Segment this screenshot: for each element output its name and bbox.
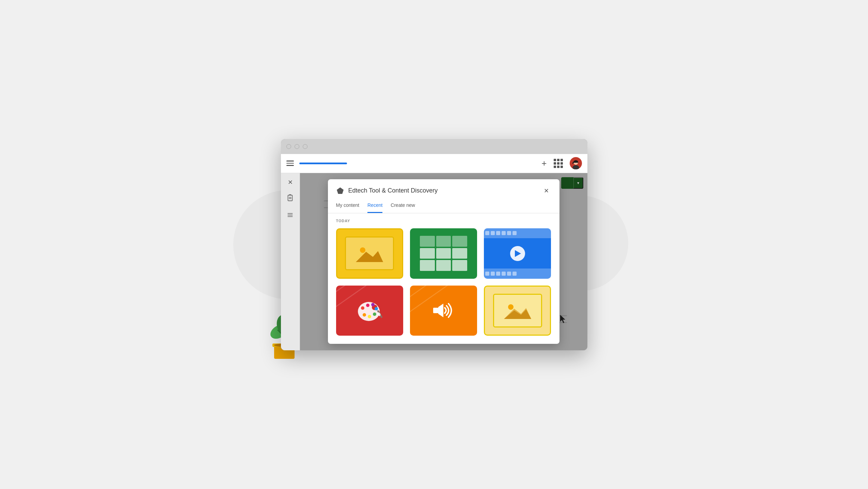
film-hole — [491, 231, 495, 235]
spreadsheet-cell — [452, 236, 467, 247]
nav-bar: + — [281, 154, 587, 173]
modal-body — [328, 226, 559, 344]
svg-point-20 — [360, 247, 365, 253]
tab-recent[interactable]: Recent — [367, 200, 382, 213]
play-triangle-icon — [515, 250, 521, 257]
spreadsheet-cell — [452, 248, 467, 259]
window-btn-minimize[interactable] — [295, 144, 299, 149]
page-content: ▾ — [300, 173, 587, 350]
diag-line — [410, 286, 477, 322]
scene: + — [254, 122, 615, 367]
sidebar: ✕ — [281, 173, 300, 350]
user-avatar[interactable] — [570, 157, 582, 169]
spreadsheet-cell — [436, 236, 451, 247]
tab-create-new[interactable]: Create new — [391, 200, 415, 213]
browser-content: + — [281, 154, 587, 350]
nav-actions: + — [541, 157, 582, 169]
modal-pentagon-icon — [336, 187, 344, 195]
svg-point-37 — [508, 304, 514, 310]
modal-title: Edtech Tool & Content Discovery — [348, 187, 538, 194]
svg-marker-18 — [337, 187, 344, 194]
browser-window: + — [281, 139, 587, 350]
content-card-image-1[interactable] — [336, 228, 403, 279]
section-today-label: TODAY — [328, 213, 559, 226]
spreadsheet-cell — [420, 260, 435, 271]
content-card-paint[interactable] — [336, 286, 403, 336]
content-grid — [336, 228, 551, 336]
diag-line — [336, 286, 403, 317]
modal-dialog: Edtech Tool & Content Discovery ✕ My con… — [328, 179, 559, 344]
svg-rect-12 — [288, 195, 293, 201]
add-button[interactable]: + — [541, 159, 547, 168]
film-hole — [491, 272, 495, 276]
content-card-speaker[interactable] — [410, 286, 477, 336]
modal-overlay: Edtech Tool & Content Discovery ✕ My con… — [300, 173, 587, 350]
apps-grid-icon[interactable] — [554, 159, 563, 168]
hamburger-menu-icon[interactable] — [286, 161, 294, 166]
window-btn-maximize[interactable] — [303, 144, 307, 149]
nav-logo — [299, 163, 347, 164]
spreadsheet-cell — [452, 260, 467, 271]
film-strip-top — [484, 228, 551, 239]
film-hole — [502, 272, 506, 276]
tab-my-content[interactable]: My content — [336, 200, 359, 213]
image-light-card-inner — [493, 294, 542, 327]
spreadsheet-cell — [420, 236, 435, 247]
content-card-image-2[interactable] — [484, 286, 551, 336]
content-card-video[interactable] — [484, 228, 551, 279]
content-card-spreadsheet[interactable] — [410, 228, 477, 279]
film-hole — [512, 231, 517, 235]
image-card-inner — [345, 236, 394, 270]
spreadsheet-cell — [436, 260, 451, 271]
modal-tabs: My content Recent Create new — [328, 196, 559, 213]
mouse-cursor — [560, 315, 567, 323]
film-hole — [512, 272, 517, 276]
film-hole — [485, 272, 489, 276]
modal-close-button[interactable]: ✕ — [542, 186, 551, 196]
browser-titlebar — [281, 139, 587, 154]
film-hole — [502, 231, 506, 235]
play-button[interactable] — [510, 246, 525, 261]
window-btn-close[interactable] — [286, 144, 291, 149]
film-hole — [507, 272, 511, 276]
spreadsheet-cell — [436, 248, 451, 259]
diag-decoration — [336, 286, 403, 336]
film-hole — [507, 231, 511, 235]
sidebar-clipboard-icon[interactable] — [286, 194, 294, 203]
film-hole — [485, 231, 489, 235]
film-strip-bottom — [484, 269, 551, 279]
spreadsheet-cell — [420, 248, 435, 259]
spreadsheet-grid — [420, 236, 467, 271]
diag-decoration — [410, 286, 477, 336]
main-area: ✕ — [281, 173, 587, 350]
sidebar-close-icon[interactable]: ✕ — [288, 179, 293, 186]
film-hole — [496, 272, 500, 276]
modal-header: Edtech Tool & Content Discovery ✕ — [328, 179, 559, 196]
sidebar-list-icon[interactable] — [286, 211, 294, 220]
film-hole — [496, 231, 500, 235]
